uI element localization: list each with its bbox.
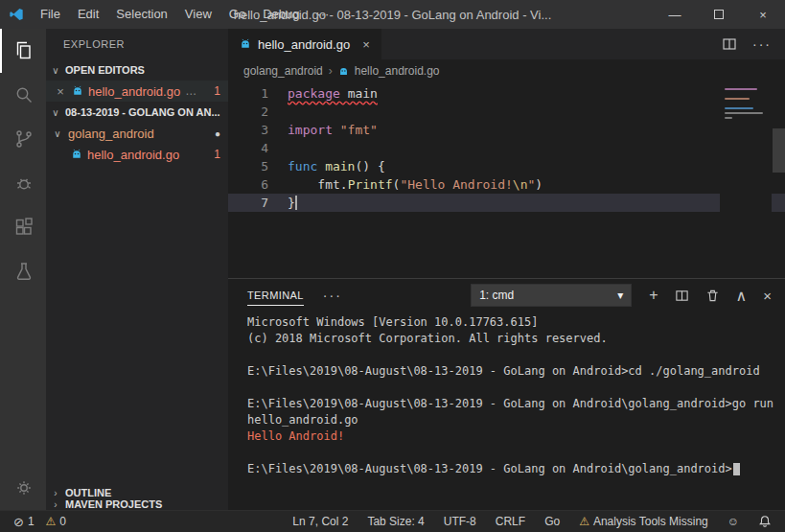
bottom-panel: TERMINAL ··· 1: cmd ▾ + ∧ <box>228 278 785 510</box>
tab-hello-android[interactable]: hello_android.go × <box>228 29 381 59</box>
cursor-position-indicator[interactable]: Ln 7, Col 2 <box>289 515 352 528</box>
code-line-1[interactable]: 1 package main <box>228 84 785 103</box>
line-number[interactable]: 2 <box>228 103 268 121</box>
open-editors-header[interactable]: ∨ OPEN EDITORS <box>46 59 228 81</box>
tab-size-indicator[interactable]: Tab Size: 4 <box>363 515 427 528</box>
chevron-right-icon: › <box>50 488 61 498</box>
notifications-bell-button[interactable] <box>754 515 775 528</box>
terminal-prompt-text: E:\Files\2019\08-August\08-13-2019 - GoL… <box>247 462 732 475</box>
close-panel-icon[interactable]: × <box>763 288 772 304</box>
outline-section-header[interactable]: › OUTLINE <box>46 487 228 498</box>
code-token: ) <box>535 177 543 192</box>
language-mode-indicator[interactable]: Go <box>541 515 564 528</box>
panel-more-icon[interactable]: ··· <box>323 288 342 303</box>
eol-indicator[interactable]: CRLF <box>492 515 529 528</box>
problems-errors-indicator[interactable]: ⊘ 1 <box>10 515 38 529</box>
files-icon <box>12 39 35 62</box>
git-branch-icon <box>12 127 35 150</box>
activity-extensions-button[interactable] <box>0 205 46 249</box>
new-terminal-icon[interactable]: + <box>649 287 658 304</box>
code-line-7-current[interactable]: 7 } <box>228 194 785 212</box>
kill-terminal-trash-icon[interactable] <box>705 289 720 303</box>
open-editor-filename: hello_android.go <box>88 84 180 99</box>
panel-header: TERMINAL ··· 1: cmd ▾ + ∧ <box>228 279 785 312</box>
workspace-section-header[interactable]: ∨ 08-13-2019 - GOLANG ON AN... <box>46 102 228 123</box>
terminal-line: Microsoft Windows [Version 10.0.17763.61… <box>247 314 785 331</box>
minimap[interactable] <box>720 82 772 278</box>
maximize-panel-icon[interactable]: ∧ <box>736 287 748 305</box>
tab-label: hello_android.go <box>258 37 350 52</box>
code-token: } <box>288 196 295 210</box>
beaker-icon <box>12 260 35 283</box>
gear-icon <box>12 476 35 499</box>
title-bar: File Edit Selection View Go Debug ··· he… <box>0 0 785 29</box>
encoding-indicator[interactable]: UTF-8 <box>440 515 480 528</box>
vscode-logo-icon <box>9 7 24 22</box>
problems-badge: 1 <box>214 84 220 98</box>
menu-file[interactable]: File <box>32 0 69 29</box>
activity-settings-button[interactable] <box>0 466 46 510</box>
problems-badge: 1 <box>214 148 220 161</box>
analysis-tools-warning[interactable]: ⚠ Analysis Tools Missing <box>575 515 712 528</box>
terminal-line: E:\Files\2019\08-August\08-13-2019 - GoL… <box>247 396 785 412</box>
line-number[interactable]: 6 <box>228 175 268 194</box>
panel-actions: + ∧ × <box>649 287 772 305</box>
menu-selection[interactable]: Selection <box>107 0 175 29</box>
editor-cursor <box>295 196 297 210</box>
modified-dot-indicator: ● <box>215 128 220 139</box>
minimize-button[interactable]: — <box>653 0 697 29</box>
code-editor[interactable]: 1 package main 2 3 import "fmt" 4 5 <box>228 82 785 278</box>
maven-projects-section-header[interactable]: › MAVEN PROJECTS <box>46 498 228 510</box>
editor-scrollbar-thumb[interactable] <box>773 128 785 173</box>
extensions-icon <box>12 216 35 239</box>
tab-close-icon[interactable]: × <box>362 37 370 52</box>
code-token: main <box>325 159 355 173</box>
terminal-output[interactable]: Microsoft Windows [Version 10.0.17763.61… <box>228 312 785 510</box>
split-editor-icon[interactable] <box>722 36 737 52</box>
code-token: func <box>288 159 325 173</box>
tree-item-hello-android-file[interactable]: hello_android.go 1 <box>46 144 228 165</box>
code-line-2[interactable]: 2 <box>228 103 785 121</box>
window-controls: — × <box>653 0 785 29</box>
close-editor-icon[interactable]: × <box>54 84 67 99</box>
code-token: "Hello Android! <box>400 177 512 192</box>
line-number[interactable]: 1 <box>228 84 268 103</box>
breadcrumb-folder[interactable]: golang_android <box>243 64 323 78</box>
line-number[interactable]: 7 <box>228 194 268 212</box>
breadcrumb-file[interactable]: hello_android.go <box>355 64 440 78</box>
line-number[interactable]: 3 <box>228 121 268 139</box>
terminal-line <box>247 347 785 363</box>
sidebar-title: EXPLORER <box>46 29 228 59</box>
activity-test-button[interactable] <box>0 249 46 293</box>
activity-search-button[interactable] <box>0 73 46 117</box>
problems-warnings-indicator[interactable]: ⚠ 0 <box>42 515 70 529</box>
tree-item-golang-android-folder[interactable]: ∨ golang_android ● <box>46 123 228 144</box>
code-token: package <box>288 86 348 101</box>
line-number[interactable]: 4 <box>228 139 268 157</box>
tab-terminal[interactable]: TERMINAL <box>247 285 304 306</box>
error-icon: ⊘ <box>13 515 24 529</box>
activity-explorer-button[interactable] <box>0 29 46 73</box>
more-actions-icon[interactable]: ··· <box>752 36 772 52</box>
split-terminal-icon[interactable] <box>675 289 689 303</box>
feedback-smiley-button[interactable]: ☺ <box>724 515 743 528</box>
close-button[interactable]: × <box>741 0 785 29</box>
line-number[interactable]: 5 <box>228 157 268 175</box>
menu-edit[interactable]: Edit <box>69 0 107 29</box>
code-line-5[interactable]: 5 func main() { <box>228 157 785 175</box>
activity-source-control-button[interactable] <box>0 117 46 161</box>
code-line-6[interactable]: 6 fmt.Printf("Hello Android!\n") <box>228 175 785 194</box>
open-editor-item-hello-android[interactable]: × hello_android.go … 1 <box>46 81 228 102</box>
chevron-down-icon: ∨ <box>52 128 63 139</box>
maximize-button[interactable] <box>697 0 741 29</box>
terminal-cursor <box>733 463 740 475</box>
code-line-3[interactable]: 3 import "fmt" <box>228 121 785 139</box>
maximize-icon <box>714 10 724 19</box>
activity-debug-button[interactable] <box>0 161 46 205</box>
menu-view[interactable]: View <box>176 0 220 29</box>
terminal-instance-select[interactable]: 1: cmd ▾ <box>471 284 632 307</box>
editor-group: hello_android.go × ··· golang_android › … <box>228 29 785 510</box>
sidebar-bottom-sections: › OUTLINE › MAVEN PROJECTS <box>46 487 228 510</box>
breadcrumb: golang_android › hello_android.go <box>228 59 785 82</box>
code-line-4[interactable]: 4 <box>228 139 785 157</box>
